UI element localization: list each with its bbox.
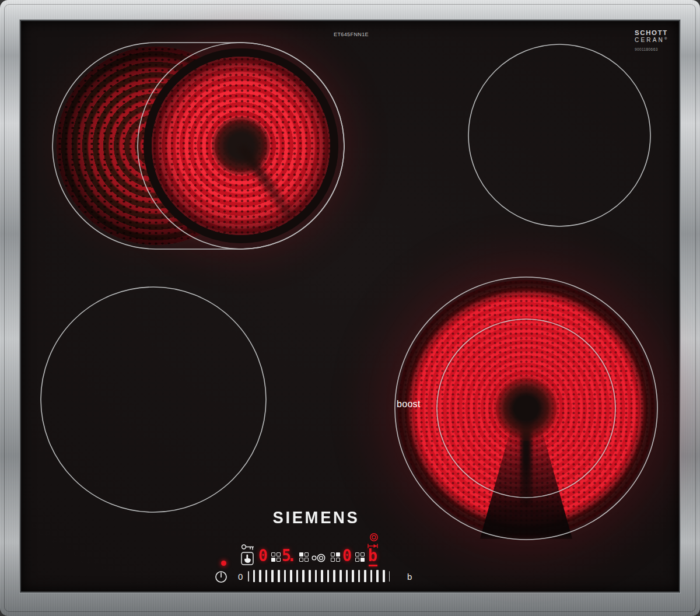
rear-left-stadium-outline xyxy=(52,43,344,249)
dual-zone-icon[interactable] xyxy=(310,554,326,562)
glass-serial-number: 9001180663 xyxy=(635,47,681,51)
slider-tick[interactable] xyxy=(383,570,385,582)
power-level-slider[interactable] xyxy=(248,570,390,582)
display-front-right-level: b xyxy=(368,547,377,564)
slider-tick[interactable] xyxy=(265,570,268,582)
front-right-inner-outline xyxy=(437,319,615,498)
slider-tick[interactable] xyxy=(376,570,379,582)
slider-max-label: b xyxy=(407,572,412,582)
slider-tick[interactable] xyxy=(302,570,304,582)
boost-zone-label: boost xyxy=(397,399,421,410)
schott-line: SCHOTT xyxy=(635,29,681,37)
hand-touch-icon xyxy=(241,552,254,565)
child-lock-control[interactable] xyxy=(241,544,255,565)
zone-outline-graphics xyxy=(21,21,679,592)
slider-tick[interactable] xyxy=(271,570,274,582)
slider-tick[interactable] xyxy=(259,570,261,582)
slider-tick[interactable] xyxy=(309,570,311,582)
siemens-logo: SIEMENS xyxy=(253,508,379,527)
slider-min-label: 0 xyxy=(238,572,243,582)
display-rear-right-level: 0 xyxy=(342,547,352,564)
slider-tick[interactable] xyxy=(389,571,390,582)
power-indicator-dot xyxy=(221,561,226,566)
display-front-left-level: 0 xyxy=(258,547,268,564)
slider-tick[interactable] xyxy=(358,570,360,582)
slider-tick[interactable] xyxy=(333,570,335,582)
rear-left-circle-outline xyxy=(138,43,344,249)
slider-tick[interactable] xyxy=(248,571,249,582)
ceran-glass-surface: boost ET645FNN1E SCHOTT CERAN® 900118066… xyxy=(21,21,679,592)
slider-tick[interactable] xyxy=(340,570,342,582)
slider-tick[interactable] xyxy=(290,570,292,582)
zone-select-front-right[interactable] xyxy=(355,552,365,562)
registered-mark: ® xyxy=(664,37,667,40)
front-left-zone-outline xyxy=(41,287,266,512)
hob-steel-frame: boost ET645FNN1E SCHOTT CERAN® 900118066… xyxy=(0,0,700,616)
zone-select-rear-right[interactable] xyxy=(331,552,340,562)
slider-tick[interactable] xyxy=(284,570,286,582)
slider-tick[interactable] xyxy=(253,570,256,582)
key-lock-icon xyxy=(241,544,255,551)
display-rear-left-level: 5. xyxy=(282,547,293,564)
power-icon[interactable] xyxy=(214,570,228,584)
schott-ceran-mark: SCHOTT CERAN® 9001180663 xyxy=(635,29,681,51)
slider-tick[interactable] xyxy=(364,570,366,582)
dual-ring-icon xyxy=(369,533,379,542)
ceran-line: CERAN® xyxy=(635,37,681,44)
zone-select-rear-left[interactable] xyxy=(299,552,309,562)
boost-display-underline xyxy=(369,565,377,566)
zone-select-front-left[interactable] xyxy=(271,552,281,562)
front-right-outer-outline xyxy=(395,277,657,540)
slider-tick[interactable] xyxy=(278,570,280,582)
model-number: ET645FNN1E xyxy=(334,32,369,37)
slider-tick[interactable] xyxy=(346,570,348,582)
slider-tick[interactable] xyxy=(321,570,323,582)
rear-right-zone-outline xyxy=(468,44,650,226)
slider-tick[interactable] xyxy=(352,570,354,582)
slider-tick[interactable] xyxy=(315,570,317,582)
slider-tick[interactable] xyxy=(296,570,299,582)
slider-tick[interactable] xyxy=(327,570,330,582)
slider-tick[interactable] xyxy=(370,570,373,582)
